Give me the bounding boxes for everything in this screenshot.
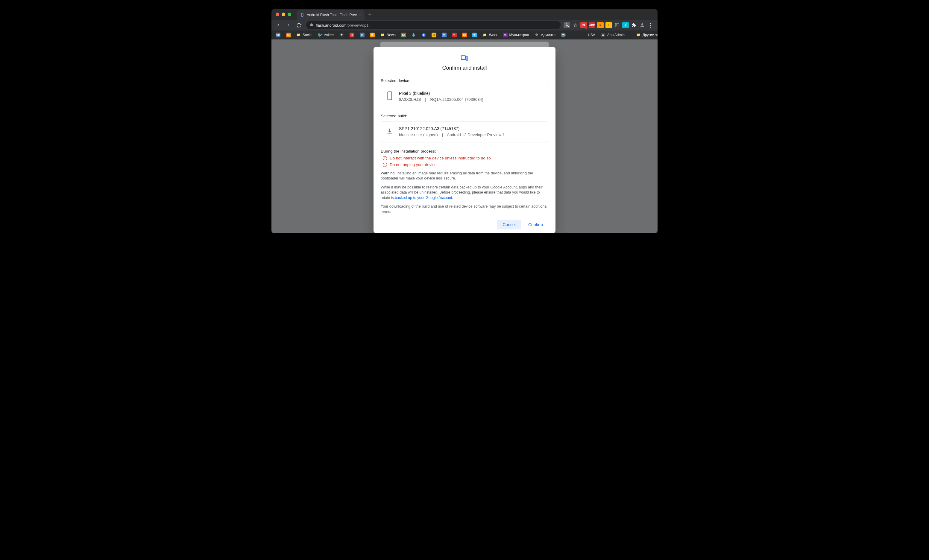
- bookmark-vk[interactable]: vk: [274, 32, 282, 38]
- selected-device-label: Selected device:: [381, 78, 548, 83]
- bookmark-item-2[interactable]: O: [348, 32, 356, 38]
- bookmark-item-5[interactable]: M: [400, 32, 407, 38]
- tab-title: Android Flash Tool - Flash Prev: [307, 13, 357, 17]
- dialog-title: Confirm and install: [381, 65, 548, 71]
- device-current-build: RQ1A.210205.004 (7038034): [431, 97, 483, 102]
- bookmark-app-admin[interactable]: aApp Admin: [599, 32, 626, 38]
- bookmark-item-11[interactable]: ◐: [461, 32, 468, 38]
- extension-l-icon[interactable]: L: [606, 22, 612, 28]
- bookmark-social-folder[interactable]: 📁Social: [295, 32, 314, 38]
- address-bar[interactable]: flash.android.com/preview/dp1: [306, 21, 561, 29]
- bookmark-work-folder[interactable]: 📁Work: [481, 32, 498, 38]
- bookmark-twitter[interactable]: 🐦twitter: [317, 32, 335, 38]
- warning-no-unplug: Do not unplug your device: [381, 162, 548, 167]
- extension-k-icon[interactable]: k: [597, 22, 604, 28]
- bookmark-item-14[interactable]: [570, 32, 577, 38]
- phone-icon: [386, 91, 393, 101]
- warning-paragraph-2: While it may be possible to restore cert…: [381, 185, 548, 201]
- toolbar-extensions: ☆ N1 ABP k L ⚡ ⋮: [564, 22, 655, 28]
- during-install-label: During the installation process:: [381, 149, 548, 153]
- minimize-window-button[interactable]: [282, 12, 285, 16]
- build-release-name: Android 12 Developer Preview 1: [447, 133, 505, 137]
- build-variant: blueline-user (signed): [399, 133, 438, 137]
- url-path: /preview/dp1: [346, 23, 369, 28]
- bookmark-item-12[interactable]: ✈: [471, 32, 478, 38]
- bookmark-multitran[interactable]: MМультитран: [501, 32, 530, 38]
- warning-paragraph-3: Your downloading of the build and use of…: [381, 204, 548, 214]
- alert-icon: [382, 156, 387, 161]
- bookmark-item-9[interactable]: 文: [440, 32, 448, 38]
- extension-bolt-icon[interactable]: ⚡: [622, 22, 629, 28]
- bookmark-item-10[interactable]: ≡: [451, 32, 458, 38]
- cancel-button[interactable]: Cancel: [497, 220, 521, 230]
- bookmark-item-8[interactable]: G: [431, 32, 438, 38]
- kebab-menu-icon[interactable]: ⋮: [647, 22, 654, 28]
- svg-point-16: [385, 166, 385, 166]
- maximize-window-button[interactable]: [288, 12, 291, 16]
- confirm-button[interactable]: Confirm: [523, 220, 548, 230]
- warning-no-interact: Do not interact with the device unless i…: [381, 156, 548, 161]
- svg-rect-9: [388, 92, 391, 100]
- tab-favicon: [300, 13, 304, 17]
- back-button[interactable]: [274, 21, 283, 30]
- bookmark-item-7[interactable]: [420, 32, 428, 38]
- new-tab-button[interactable]: +: [368, 11, 371, 18]
- close-window-button[interactable]: [276, 12, 279, 16]
- other-bookmarks-folder[interactable]: 📁Другие закладки: [635, 32, 658, 38]
- svg-point-3: [641, 23, 643, 25]
- backup-link[interactable]: backed up to your Google Account: [395, 196, 452, 200]
- build-id: SPP1.210122.020.A3 (7145137): [399, 125, 505, 132]
- selected-build-card: SPP1.210122.020.A3 (7145137) blueline-us…: [381, 121, 548, 142]
- page-content: ©2020 Google Privacy Policy Terms of Ser…: [271, 40, 658, 233]
- svg-rect-6: [461, 56, 465, 60]
- bookmark-item-1[interactable]: ✦: [338, 32, 345, 38]
- bookmarks-bar: vk M 📁Social 🐦twitter ✦ O B ✱ 📁News M 💧 …: [271, 31, 658, 40]
- bookmark-item-6[interactable]: 💧: [410, 32, 417, 38]
- svg-point-13: [385, 159, 385, 159]
- title-bar: Android Flash Tool - Flash Prev × +: [271, 9, 658, 20]
- browser-tab[interactable]: Android Flash Tool - Flash Prev ×: [297, 10, 365, 20]
- bookmark-item-3[interactable]: B: [359, 32, 366, 38]
- lock-icon: [310, 23, 313, 28]
- translate-icon[interactable]: [564, 22, 570, 28]
- devices-icon: [461, 54, 468, 62]
- extensions-menu-icon[interactable]: [631, 22, 637, 28]
- url-host: flash.android.com: [316, 23, 346, 28]
- extension-abp-icon[interactable]: ABP: [589, 22, 595, 28]
- svg-point-5: [423, 34, 425, 35]
- bookmark-usa[interactable]: USA: [580, 32, 596, 38]
- bookmark-gmail[interactable]: M: [285, 32, 292, 38]
- bookmark-item-13[interactable]: ◓: [560, 32, 567, 38]
- browser-window: Android Flash Tool - Flash Prev × + flas…: [271, 9, 658, 233]
- device-name: Pixel 3 (blueline): [399, 90, 483, 96]
- reload-button[interactable]: [294, 21, 303, 30]
- bookmark-item-4[interactable]: ✱: [369, 32, 376, 38]
- warning-paragraph-1: Warning: Installing an image may require…: [381, 171, 548, 181]
- device-serial: 8A3X0LHJS: [399, 97, 421, 102]
- confirm-install-dialog: Confirm and install Selected device: Pix…: [374, 47, 555, 233]
- download-icon: [386, 128, 393, 136]
- bookmark-star-icon[interactable]: ☆: [572, 22, 578, 28]
- bookmark-adminka[interactable]: ⚙Админка: [533, 32, 556, 38]
- forward-button[interactable]: [284, 21, 293, 30]
- close-tab-icon[interactable]: ×: [359, 12, 362, 17]
- extension-devtools-icon[interactable]: [614, 22, 621, 28]
- alert-icon: [382, 162, 387, 167]
- svg-rect-7: [466, 57, 468, 60]
- bookmark-news-folder[interactable]: 📁News: [379, 32, 397, 38]
- traffic-lights: [276, 12, 291, 16]
- extension-gmail-icon[interactable]: N1: [580, 22, 587, 28]
- selected-build-label: Selected build:: [381, 114, 548, 118]
- selected-device-card: Pixel 3 (blueline) 8A3X0LHJS | RQ1A.2102…: [381, 86, 548, 107]
- profile-avatar-icon[interactable]: [639, 22, 645, 28]
- nav-bar: flash.android.com/preview/dp1 ☆ N1 ABP k…: [271, 20, 658, 31]
